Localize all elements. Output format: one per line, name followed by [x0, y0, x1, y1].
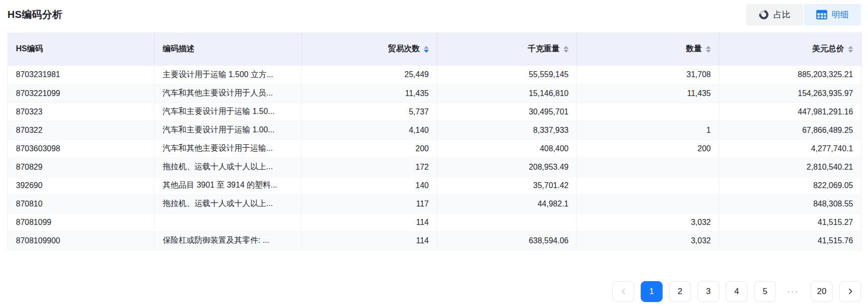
cell-hs-code: 870810 [8, 195, 155, 213]
cell-description: 主要设计用于运输 1.500 立方... [155, 66, 302, 84]
hs-code-table: HS编码编码描述贸易次数千克重量数量美元总价 8703231981主要设计用于运… [7, 32, 862, 250]
page-button-1[interactable]: 1 [641, 281, 663, 302]
column-label-hs-code: HS编码 [16, 44, 43, 54]
sort-caret-down-icon [424, 50, 429, 53]
cell-usd-total: 67,866,489.25 [719, 121, 862, 139]
cell-usd-total: 41,515.76 [719, 231, 862, 250]
hs-code-analysis-panel: HS编码分析 占比 [0, 3, 868, 302]
sort-caret-down-icon [564, 50, 569, 53]
cell-trade-count: 172 [302, 158, 437, 176]
cell-hs-code: 8703603098 [8, 139, 155, 158]
header-bar: HS编码分析 占比 [7, 3, 861, 25]
sort-icon-quantity[interactable] [706, 46, 711, 53]
cell-trade-count: 11,435 [302, 84, 437, 103]
column-label-usd-total: 美元总价 [812, 44, 844, 54]
cell-description: 汽车和其他主要设计用于人员... [155, 84, 302, 103]
cell-quantity: 3,032 [577, 231, 719, 250]
cell-kg-weight: 55,559,145 [437, 66, 577, 84]
cell-description: 汽车和主要设计用于运输 1.50... [155, 103, 302, 121]
cell-description: 拖拉机、运载十人或十人以上... [155, 158, 302, 176]
sort-caret-up-icon [564, 46, 569, 49]
pagination: 12345•••20 [7, 281, 861, 302]
cell-hs-code: 8708109900 [8, 231, 155, 250]
table-header-row: HS编码编码描述贸易次数千克重量数量美元总价 [8, 32, 862, 66]
cell-trade-count: 140 [302, 176, 437, 195]
cell-kg-weight: 408,400 [437, 139, 577, 158]
cell-usd-total: 4,277,740.1 [719, 139, 862, 158]
table-row: 8703231981主要设计用于运输 1.500 立方...25,44955,5… [8, 66, 862, 84]
cell-description: 保险杠或防御装置及其零件: ... [155, 231, 302, 250]
cell-usd-total: 447,981,291.16 [719, 103, 862, 121]
cell-kg-weight: 8,337,933 [437, 121, 577, 139]
cell-description: 汽车和主要设计用于运输 1.00... [155, 121, 302, 139]
page-button-4[interactable]: 4 [726, 281, 748, 302]
cell-quantity: 200 [577, 139, 719, 158]
cell-quantity: 31,708 [577, 66, 719, 84]
column-header-kg-weight[interactable]: 千克重量 [437, 32, 577, 66]
detail-button-label: 明细 [832, 9, 849, 20]
sort-caret-up-icon [848, 46, 853, 49]
table-row: 392690其他品目 3901 至 3914 的塑料...14035,701.4… [8, 176, 862, 195]
chevron-left-icon [620, 288, 627, 295]
cell-hs-code: 870829 [8, 158, 155, 176]
table-body: 8703231981主要设计用于运输 1.500 立方...25,44955,5… [8, 66, 862, 250]
column-label-kg-weight: 千克重量 [528, 44, 560, 54]
column-header-trade-count[interactable]: 贸易次数 [302, 32, 437, 66]
sort-icon-trade-count[interactable] [424, 46, 429, 53]
prev-page-button [612, 281, 634, 302]
cell-description [155, 213, 302, 231]
proportion-button-label: 占比 [773, 9, 790, 20]
cell-quantity: 1 [577, 121, 719, 139]
sort-caret-down-icon [848, 50, 853, 53]
page-button-3[interactable]: 3 [697, 281, 719, 302]
table-row: 870323汽车和主要设计用于运输 1.50...5,73730,495,701… [8, 103, 862, 121]
column-header-quantity[interactable]: 数量 [577, 32, 719, 66]
cell-usd-total: 848,308.55 [719, 195, 862, 213]
cell-quantity: 3,032 [577, 213, 719, 231]
table-row: 8708109900保险杠或防御装置及其零件: ...114638,594.06… [8, 231, 862, 250]
sort-icon-kg-weight[interactable] [564, 46, 569, 53]
cell-hs-code: 870323 [8, 103, 155, 121]
column-label-quantity: 数量 [686, 44, 702, 54]
cell-trade-count: 114 [302, 213, 437, 231]
page-title: HS编码分析 [7, 8, 63, 21]
table-row: 8703221099汽车和其他主要设计用于人员...11,43515,146,8… [8, 84, 862, 103]
table-row: 8703603098汽车和其他主要设计用于运输...200408,4002004… [8, 139, 862, 158]
cell-trade-count: 200 [302, 139, 437, 158]
page-button-2[interactable]: 2 [669, 281, 691, 302]
cell-trade-count: 4,140 [302, 121, 437, 139]
table-row: 870829拖拉机、运载十人或十人以上...172208,953.492,810… [8, 158, 862, 176]
chevron-right-icon [847, 288, 854, 295]
cell-usd-total: 154,263,935.97 [719, 84, 862, 103]
table-row: 870810拖拉机、运载十人或十人以上...11744,982.1848,308… [8, 195, 862, 213]
cell-hs-code: 392690 [8, 176, 155, 195]
proportion-view-button[interactable]: 占比 [746, 4, 803, 25]
cell-usd-total: 41,515.27 [719, 213, 862, 231]
page-button-5[interactable]: 5 [754, 281, 776, 302]
cell-quantity [577, 103, 719, 121]
cell-kg-weight: 15,146,810 [437, 84, 577, 103]
sort-icon-usd-total[interactable] [848, 46, 853, 53]
cell-hs-code: 870322 [8, 121, 155, 139]
cell-kg-weight [437, 213, 577, 231]
next-page-button[interactable] [839, 281, 861, 302]
cell-trade-count: 25,449 [302, 66, 437, 84]
detail-view-button[interactable]: 明细 [804, 4, 861, 25]
cell-quantity: 11,435 [577, 84, 719, 103]
cell-quantity [577, 176, 719, 195]
pagination-ellipsis[interactable]: ••• [782, 281, 804, 302]
cell-hs-code: 87081099 [8, 213, 155, 231]
cell-kg-weight: 44,982.1 [437, 195, 577, 213]
cell-kg-weight: 35,701.42 [437, 176, 577, 195]
cell-hs-code: 8703221099 [8, 84, 155, 103]
cell-kg-weight: 30,495,701 [437, 103, 577, 121]
column-label-trade-count: 贸易次数 [388, 44, 420, 54]
page-button-20[interactable]: 20 [811, 281, 833, 302]
cell-trade-count: 5,737 [302, 103, 437, 121]
column-label-description: 编码描述 [163, 44, 194, 54]
column-header-usd-total[interactable]: 美元总价 [719, 32, 862, 66]
cell-description: 拖拉机、运载十人或十人以上... [155, 195, 302, 213]
view-toggle-group: 占比 明细 [746, 4, 861, 25]
cell-trade-count: 117 [302, 195, 437, 213]
sort-caret-up-icon [424, 46, 429, 49]
